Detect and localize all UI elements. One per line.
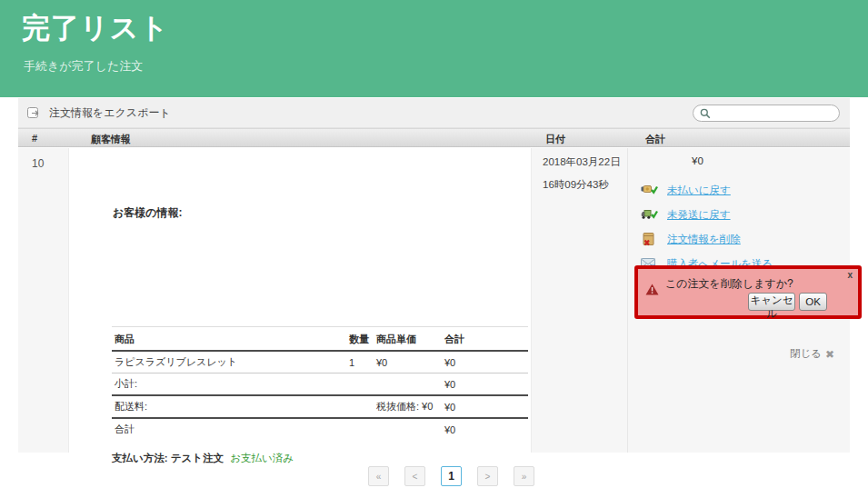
order-id-cell: 10 bbox=[18, 148, 68, 453]
page-first-button[interactable]: « bbox=[368, 466, 389, 486]
grand-total-row: 合計 ¥0 bbox=[112, 418, 528, 440]
item-row: ラピスラズリブレスレット 1 ¥0 ¥0 bbox=[112, 351, 528, 374]
item-name: ラピスラズリブレスレット bbox=[112, 351, 346, 374]
pagination: « < 1 > » bbox=[17, 466, 868, 486]
order-total-cell: ¥0 未払いに戻す bbox=[627, 148, 850, 453]
action-revert-unshipped: 未発送に戻す bbox=[641, 207, 773, 222]
item-total: ¥0 bbox=[442, 351, 528, 374]
order-id: 10 bbox=[32, 157, 44, 170]
ok-button[interactable]: OK bbox=[799, 293, 827, 311]
item-qty: 1 bbox=[346, 351, 374, 374]
search-input[interactable] bbox=[714, 108, 833, 119]
page-next-button[interactable]: > bbox=[477, 466, 498, 486]
export-icon bbox=[27, 107, 41, 119]
delete-order-icon bbox=[641, 233, 658, 246]
close-x-icon: ✖ bbox=[825, 348, 834, 361]
payment-method-line: 支払い方法: テスト注文 お支払い済み bbox=[112, 452, 528, 465]
order-time: 16時09分43秒 bbox=[543, 178, 609, 192]
customer-info-label: お客様の情報: bbox=[113, 205, 183, 221]
action-revert-unpaid: 未払いに戻す bbox=[641, 183, 773, 197]
shipping-tax-note: 税抜価格: ¥0 bbox=[374, 395, 442, 418]
items-col-unit-price: 商品単価 bbox=[374, 327, 442, 352]
page-1-button[interactable]: 1 bbox=[441, 466, 462, 486]
shipping-row: 配送料: 税抜価格: ¥0 ¥0 bbox=[112, 395, 528, 418]
warning-icon bbox=[645, 283, 659, 299]
item-unit-price: ¥0 bbox=[374, 351, 442, 374]
items-col-product: 商品 bbox=[112, 327, 346, 352]
revert-unshipped-link[interactable]: 未発送に戻す bbox=[667, 208, 731, 222]
close-detail-label: 閉じる bbox=[790, 347, 822, 361]
page-subtitle: 手続きが完了した注文 bbox=[24, 58, 143, 75]
revert-unpaid-link[interactable]: 未払いに戻す bbox=[667, 184, 731, 197]
items-col-qty: 数量 bbox=[346, 327, 374, 352]
items-col-total: 合計 bbox=[442, 327, 528, 352]
order-row: 10 お客様の情報: 商品 数量 商品単価 合計 ラピスラズリブレスレット bbox=[18, 148, 850, 453]
column-header-customer: 顧客情報 bbox=[91, 133, 131, 146]
subtotal-label: 小計: bbox=[112, 374, 346, 396]
orders-table-header: # 顧客情報 日付 合計 bbox=[18, 128, 850, 147]
customer-info-cell: お客様の情報: 商品 数量 商品単価 合計 ラピスラズリブレスレット 1 bbox=[68, 148, 532, 453]
page-last-button[interactable]: » bbox=[514, 466, 534, 486]
search-icon bbox=[700, 108, 711, 119]
shipping-label: 配送料: bbox=[112, 395, 346, 418]
page-title: 完了リスト bbox=[22, 9, 169, 47]
highlight-annotation: この注文を削除しますか? x キャンセル OK bbox=[634, 265, 862, 319]
order-date: 2018年03月22日 bbox=[543, 155, 621, 169]
order-date-cell: 2018年03月22日 16時09分43秒 bbox=[532, 148, 627, 453]
search-box[interactable] bbox=[693, 105, 840, 122]
truck-check-icon bbox=[641, 208, 658, 221]
column-header-total: 合計 bbox=[645, 133, 665, 146]
payment-status-badge: お支払い済み bbox=[230, 453, 294, 463]
subtotal-row: 小計: ¥0 bbox=[112, 374, 528, 396]
money-check-icon bbox=[641, 184, 658, 196]
toolbar: 注文情報をエクスポート bbox=[18, 98, 850, 128]
action-delete-order: 注文情報を削除 bbox=[641, 232, 773, 246]
grand-total-value: ¥0 bbox=[442, 418, 528, 440]
confirm-message: この注文を削除しますか? bbox=[665, 276, 793, 292]
export-orders-label: 注文情報をエクスポート bbox=[49, 105, 171, 121]
column-header-id: # bbox=[32, 133, 37, 144]
subtotal-value: ¥0 bbox=[442, 374, 528, 396]
grand-total-label: 合計 bbox=[112, 418, 346, 440]
payment-method-value: テスト注文 bbox=[171, 453, 224, 463]
column-header-date: 日付 bbox=[545, 133, 565, 146]
shipping-value: ¥0 bbox=[442, 395, 528, 418]
dialog-close-icon[interactable]: x bbox=[847, 270, 853, 280]
page-prev-button[interactable]: < bbox=[404, 466, 425, 486]
page-header: 完了リスト 手続きが完了した注文 bbox=[0, 0, 868, 97]
payment-method-label: 支払い方法: bbox=[112, 453, 168, 463]
items-header-row: 商品 数量 商品単価 合計 bbox=[112, 327, 528, 352]
delete-order-link[interactable]: 注文情報を削除 bbox=[667, 233, 741, 246]
order-items-table: 商品 数量 商品単価 合計 ラピスラズリブレスレット 1 ¥0 ¥0 小計: bbox=[112, 326, 528, 440]
cancel-button[interactable]: キャンセル bbox=[748, 293, 795, 311]
close-detail-link[interactable]: 閉じる ✖ bbox=[790, 347, 834, 361]
export-orders-button[interactable]: 注文情報をエクスポート bbox=[27, 98, 171, 127]
delete-confirm-dialog: この注文を削除しますか? x キャンセル OK bbox=[638, 269, 858, 315]
order-total-amount: ¥0 bbox=[692, 155, 703, 166]
